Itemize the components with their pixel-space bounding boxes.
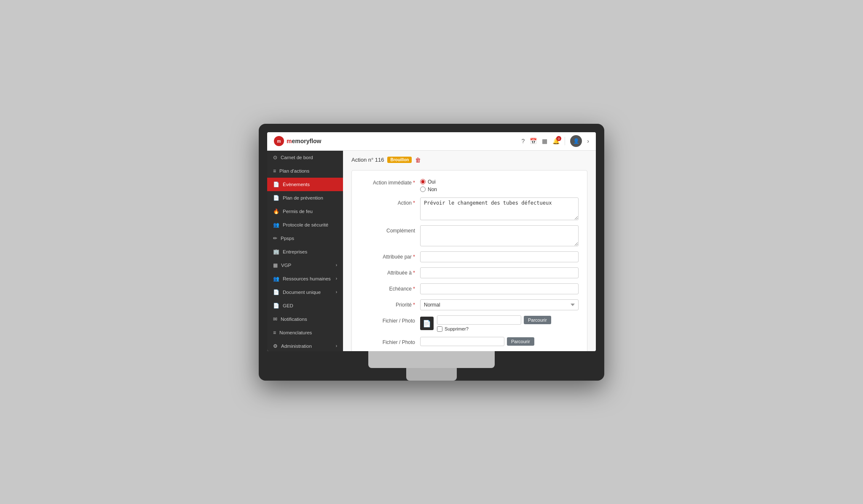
- radio-oui-input[interactable]: [420, 179, 426, 184]
- vgp-arrow: ›: [336, 263, 337, 267]
- priorite-label: Priorité *: [360, 299, 415, 308]
- protocole-icon: 👥: [273, 222, 279, 228]
- file-row-2: Parcourir: [420, 337, 534, 346]
- attribuee-a-label: Attribuée à *: [360, 267, 415, 276]
- delete-icon[interactable]: 🗑: [415, 157, 421, 163]
- sidebar-item-plan-dactions[interactable]: ≡ Plan d'actions: [267, 164, 343, 178]
- radio-non-option[interactable]: Non: [420, 187, 437, 192]
- file-text-input-2[interactable]: [420, 337, 504, 346]
- sidebar-item-document-unique[interactable]: 📄 Document unique ›: [267, 285, 343, 299]
- attribuee-par-label: Attribuée par *: [360, 251, 415, 260]
- radio-oui-label: Oui: [428, 179, 436, 185]
- calendar-icon[interactable]: 📅: [530, 138, 537, 144]
- sidebar-label: Notifications: [281, 317, 337, 322]
- sidebar-label: Évènements: [283, 182, 337, 187]
- action-row: Action * Prévoir le changement des tubes…: [360, 197, 579, 220]
- sidebar-label: GED: [283, 303, 337, 308]
- attribuee-par-input[interactable]: CAMALON Albane: [420, 251, 579, 262]
- file-input-line-1: Parcourir: [437, 315, 551, 325]
- nomenclatures-icon: ≡: [273, 330, 276, 336]
- user-avatar[interactable]: 👤: [570, 135, 582, 147]
- main-content: Action n° 116 Brouillon 🗑 Action immédia…: [343, 151, 596, 351]
- rh-icon: 👥: [273, 276, 279, 282]
- sidebar: ⊙ Carnet de bord ≡ Plan d'actions 📄 Évèn…: [267, 151, 343, 351]
- supprimer-label: Supprimer?: [445, 326, 469, 331]
- echeance-label: Echéance *: [360, 283, 415, 292]
- sidebar-label: Protocole de sécurité: [283, 222, 337, 227]
- priorite-row: Priorité * Normal Haute Basse: [360, 299, 579, 310]
- sidebar-label: Plan de prévention: [283, 195, 337, 200]
- fichier-label-2: Fichier / Photo: [360, 337, 415, 345]
- sidebar-label: Ppsps: [281, 236, 337, 241]
- sidebar-item-ressources-humaines[interactable]: 👥 Ressources humaines ›: [267, 272, 343, 285]
- logo-text: memoryflow: [287, 138, 321, 144]
- parcourir-button-2[interactable]: Parcourir: [507, 337, 534, 346]
- plan-icon: ≡: [273, 168, 276, 174]
- sidebar-item-carnet-de-bord[interactable]: ⊙ Carnet de bord: [267, 151, 343, 164]
- supprimer-row: Supprimer?: [437, 326, 551, 332]
- sidebar-item-entreprises[interactable]: 🏢 Entreprises: [267, 245, 343, 259]
- expand-icon[interactable]: ›: [587, 138, 589, 144]
- action-number: Action n° 116: [351, 157, 384, 163]
- fichier-row-2: Fichier / Photo Parcourir: [360, 337, 579, 346]
- file-input-line-2: Parcourir: [420, 337, 534, 346]
- parcourir-button-1[interactable]: Parcourir: [524, 316, 551, 324]
- sidebar-item-evenements[interactable]: 📄 Évènements: [267, 178, 343, 191]
- sidebar-item-notifications[interactable]: ✉ Notifications: [267, 312, 343, 326]
- sidebar-item-protocole[interactable]: 👥 Protocole de sécurité: [267, 218, 343, 232]
- attribuee-a-input[interactable]: VERBE Cédric: [420, 267, 579, 278]
- sidebar-label: Carnet de bord: [281, 155, 337, 160]
- sidebar-item-nomenclatures[interactable]: ≡ Nomenclatures: [267, 326, 343, 339]
- file-icon-1: 📄: [420, 317, 434, 330]
- bell-icon[interactable]: 🔔 0: [552, 138, 560, 144]
- action-immediate-label: Action immédiate *: [360, 177, 415, 186]
- brouillon-badge: Brouillon: [387, 157, 412, 163]
- complement-row: Complément: [360, 225, 579, 246]
- attribuee-a-row: Attribuée à * VERBE Cédric: [360, 267, 579, 278]
- supprimer-checkbox[interactable]: [437, 326, 442, 332]
- sidebar-label: Permis de feu: [283, 209, 337, 214]
- entreprises-icon: 🏢: [273, 249, 279, 255]
- logo-icon: m: [274, 136, 284, 146]
- ppsps-icon: ✏: [273, 235, 277, 241]
- rh-arrow: ›: [336, 276, 337, 281]
- admin-arrow: ›: [336, 344, 337, 348]
- file-input-group-1: Parcourir Supprimer?: [437, 315, 551, 332]
- file-row-1: 📄 Parcourir Supprimer?: [420, 315, 551, 332]
- priorite-select[interactable]: Normal Haute Basse: [420, 299, 579, 310]
- radio-non-label: Non: [428, 187, 437, 192]
- doc-unique-icon: 📄: [273, 289, 279, 295]
- notifications-icon: ✉: [273, 316, 277, 322]
- file-text-input-1[interactable]: [437, 315, 521, 325]
- sidebar-label: Nomenclatures: [279, 330, 337, 335]
- carnet-icon: ⊙: [273, 155, 277, 160]
- action-form: Action immédiate * Oui Non: [351, 170, 587, 351]
- sidebar-label: Entreprises: [283, 249, 337, 254]
- sidebar-item-administration[interactable]: ⚙ Administration ›: [267, 339, 343, 351]
- admin-icon: ⚙: [273, 343, 278, 349]
- sidebar-item-vgp[interactable]: ▦ VGP ›: [267, 259, 343, 272]
- echeance-input[interactable]: 20/05/2022: [420, 283, 579, 294]
- radio-non-input[interactable]: [420, 187, 426, 192]
- complement-input[interactable]: [420, 225, 579, 246]
- action-immediate-row: Action immédiate * Oui Non: [360, 177, 579, 192]
- sidebar-label: Administration: [281, 344, 332, 349]
- sidebar-label: Document unique: [283, 290, 332, 295]
- ged-icon: 📄: [273, 303, 279, 309]
- topbar: m memoryflow ? 📅 ▦ 🔔 0 👤 ›: [267, 132, 596, 151]
- permis-icon: 🔥: [273, 208, 279, 214]
- complement-label: Complément: [360, 225, 415, 234]
- topbar-actions: ? 📅 ▦ 🔔 0 👤 ›: [522, 135, 589, 147]
- notification-badge: 0: [556, 136, 561, 141]
- sidebar-item-ged[interactable]: 📄 GED: [267, 299, 343, 312]
- sidebar-item-ppsps[interactable]: ✏ Ppsps: [267, 232, 343, 245]
- topbar-divider: [565, 137, 565, 145]
- sidebar-item-permis-feu[interactable]: 🔥 Permis de feu: [267, 205, 343, 218]
- action-input[interactable]: Prévoir le changement des tubes défectue…: [420, 197, 579, 220]
- fichier-row-1: Fichier / Photo 📄 Parcourir: [360, 315, 579, 332]
- action-label: Action *: [360, 197, 415, 206]
- chart-icon[interactable]: ▦: [542, 138, 547, 144]
- sidebar-item-plan-prevention[interactable]: 📄 Plan de prévention: [267, 191, 343, 205]
- help-icon[interactable]: ?: [522, 138, 525, 144]
- radio-oui-option[interactable]: Oui: [420, 179, 437, 185]
